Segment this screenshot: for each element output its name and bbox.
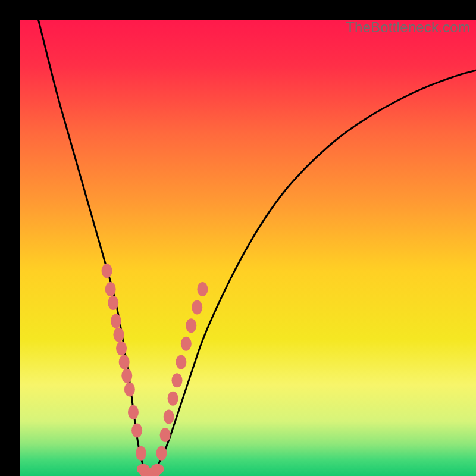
bead-left	[116, 342, 127, 356]
bead-left	[105, 282, 116, 296]
bead-left	[128, 405, 139, 419]
chart-frame: TheBottleneck.com	[0, 0, 476, 476]
bead-left	[102, 264, 112, 278]
bead-left	[131, 423, 142, 437]
gradient-background	[20, 20, 476, 476]
bead-left	[136, 446, 146, 461]
bead-left	[121, 368, 132, 383]
watermark-text: TheBottleneck.com	[346, 19, 470, 36]
bead-right	[160, 428, 171, 442]
bead-right	[164, 409, 174, 424]
bead-right	[197, 282, 208, 296]
bead-left	[111, 314, 121, 328]
bead-left	[108, 296, 118, 310]
bead-right	[172, 373, 183, 387]
bead-bottom	[151, 464, 164, 475]
bead-right	[181, 337, 192, 351]
bead-right	[156, 446, 167, 461]
bead-left	[124, 382, 135, 396]
bead-right	[192, 300, 202, 315]
bead-right	[176, 355, 186, 369]
plot-svg	[20, 20, 476, 476]
bead-right	[186, 318, 196, 333]
bead-left	[119, 355, 130, 369]
bead-right	[168, 392, 178, 406]
plot-area	[20, 20, 476, 476]
bead-left	[113, 328, 124, 342]
